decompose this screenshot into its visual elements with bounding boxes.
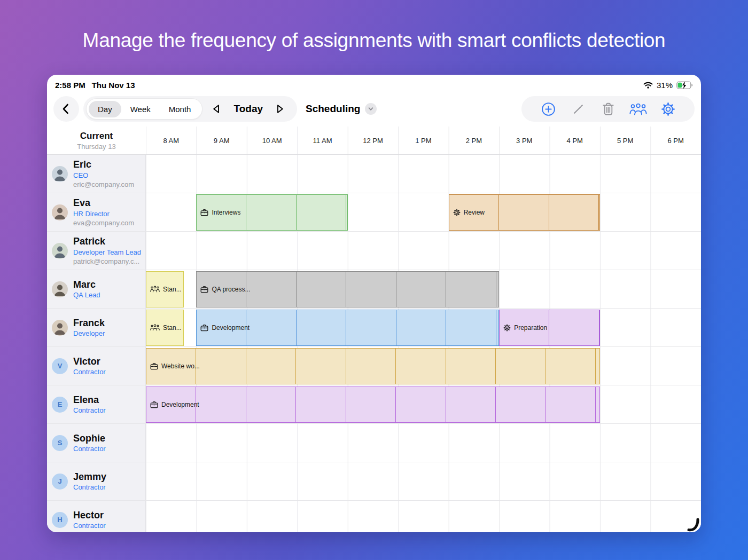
avatar: J — [52, 474, 68, 490]
event-development[interactable]: Development — [146, 387, 600, 423]
settings-button[interactable] — [653, 97, 683, 121]
tab-day[interactable]: Day — [89, 101, 121, 117]
clock-time: 2:58 PM — [55, 81, 85, 90]
event-label: QA process... — [212, 286, 250, 293]
trash-icon — [602, 102, 615, 116]
avatar — [52, 281, 68, 297]
clock-date: Thu Nov 13 — [92, 81, 135, 90]
timeline-marc[interactable]: Stan... QA process... — [146, 270, 701, 308]
person-name: Hector — [73, 509, 106, 522]
chevron-down-icon — [365, 103, 377, 115]
hour-label: 12 PM — [348, 127, 398, 154]
person-email: eric@company.com — [73, 180, 134, 189]
person-card-hector[interactable]: H Hector Contractor — [47, 501, 146, 532]
table-row: Eric CEO eric@company.com — [47, 155, 701, 193]
next-day-button[interactable] — [266, 97, 294, 121]
person-card-elena[interactable]: E Elena Contractor — [47, 385, 146, 423]
event-development[interactable]: Development — [196, 310, 499, 346]
resource-header-title: Current — [80, 131, 113, 141]
person-role: CEO — [73, 171, 134, 180]
event-standup[interactable]: Stan... — [146, 310, 184, 346]
avatar — [52, 166, 68, 182]
person-name: Victor — [73, 356, 106, 368]
back-button[interactable] — [53, 96, 79, 122]
person-name: Eva — [73, 197, 134, 209]
person-card-patrick[interactable]: Patrick Developer Team Lead patrick@comp… — [47, 232, 146, 270]
pen-swoosh-mark — [687, 516, 702, 532]
person-role: Contractor — [73, 522, 106, 530]
person-card-franck[interactable]: Franck Developer — [47, 309, 146, 346]
avatar: S — [52, 435, 68, 451]
hour-label: 11 AM — [297, 127, 347, 154]
timeline-victor[interactable]: Website wo... — [146, 347, 701, 385]
person-role: Contractor — [73, 483, 106, 492]
avatar: H — [52, 512, 68, 528]
timeline-hector[interactable] — [146, 501, 701, 532]
plus-circle-icon — [541, 102, 556, 116]
timeline-eric[interactable] — [146, 155, 701, 193]
table-row: Eva HR Director eva@company.com Intervie… — [47, 193, 701, 232]
avatar — [52, 204, 68, 220]
table-row: E Elena Contractor Development — [47, 385, 701, 424]
resource-column-header: Current Thursday 13 — [47, 127, 146, 154]
person-name: Elena — [73, 394, 106, 406]
person-card-marc[interactable]: Marc QA Lead — [47, 270, 146, 308]
triangle-right-icon — [274, 103, 286, 115]
delete-button[interactable] — [593, 97, 623, 121]
table-row: V Victor Contractor Website wo... — [47, 347, 701, 385]
person-role: QA Lead — [73, 291, 100, 299]
prev-day-button[interactable] — [202, 97, 230, 121]
event-qa-process[interactable]: QA process... — [196, 271, 499, 307]
timeline-franck[interactable]: Stan... Development Preparation — [146, 309, 701, 346]
edit-button[interactable] — [563, 97, 593, 121]
person-card-jemmy[interactable]: J Jemmy Contractor — [47, 462, 146, 500]
person-name: Sophie — [73, 432, 106, 445]
tab-month[interactable]: Month — [160, 101, 200, 117]
event-label: Review — [464, 209, 485, 216]
event-preparation[interactable]: Preparation — [499, 310, 600, 346]
hour-label: 3 PM — [499, 127, 549, 154]
gear-icon — [503, 324, 511, 332]
person-card-sophie[interactable]: S Sophie Contractor — [47, 424, 146, 462]
add-event-button[interactable] — [533, 97, 563, 121]
table-row: Patrick Developer Team Lead patrick@comp… — [47, 232, 701, 270]
event-review[interactable]: Review — [449, 194, 600, 231]
tab-week[interactable]: Week — [121, 101, 160, 117]
person-role: Contractor — [73, 368, 106, 376]
event-label: Development — [212, 324, 250, 332]
avatar: V — [52, 358, 68, 374]
schedule-view-dropdown[interactable]: Scheduling — [306, 103, 377, 115]
timeline-elena[interactable]: Development — [146, 385, 701, 423]
event-website-work[interactable]: Website wo... — [146, 348, 600, 384]
scheduling-app-window: 2:58 PM Thu Nov 13 31% — [47, 75, 701, 532]
person-card-eva[interactable]: Eva HR Director eva@company.com — [47, 193, 146, 231]
schedule-grid: Current Thursday 13 8 AM 9 AM 10 AM 11 A… — [47, 127, 701, 532]
person-name: Patrick — [73, 235, 141, 248]
event-standup[interactable]: Stan... — [146, 271, 184, 307]
person-role: Contractor — [73, 406, 106, 415]
people-button[interactable] — [623, 97, 653, 121]
page-title: Manage the frequency of assignments with… — [0, 29, 748, 52]
event-interviews[interactable]: Interviews — [196, 194, 347, 231]
hour-label: 2 PM — [449, 127, 499, 154]
timeline-jemmy[interactable] — [146, 462, 701, 500]
person-role: Developer — [73, 329, 105, 338]
hour-label: 4 PM — [550, 127, 600, 154]
briefcase-icon — [200, 286, 208, 293]
briefcase-icon — [150, 401, 158, 408]
actions-toolbar — [521, 96, 695, 122]
wifi-icon — [643, 82, 653, 89]
timeline-sophie[interactable] — [146, 424, 701, 462]
table-row: S Sophie Contractor — [47, 424, 701, 462]
timeline-eva[interactable]: Interviews Review — [146, 193, 701, 231]
view-segmented-control: Day Week Month — [86, 98, 202, 120]
person-card-eric[interactable]: Eric CEO eric@company.com — [47, 155, 146, 193]
today-button[interactable]: Today — [230, 103, 266, 115]
person-role: HR Director — [73, 210, 134, 218]
gear-icon — [661, 102, 675, 116]
event-label: Preparation — [514, 324, 547, 332]
hour-label: 8 AM — [146, 127, 196, 154]
timeline-patrick[interactable] — [146, 232, 701, 270]
person-name: Marc — [73, 279, 100, 291]
person-card-victor[interactable]: V Victor Contractor — [47, 347, 146, 385]
